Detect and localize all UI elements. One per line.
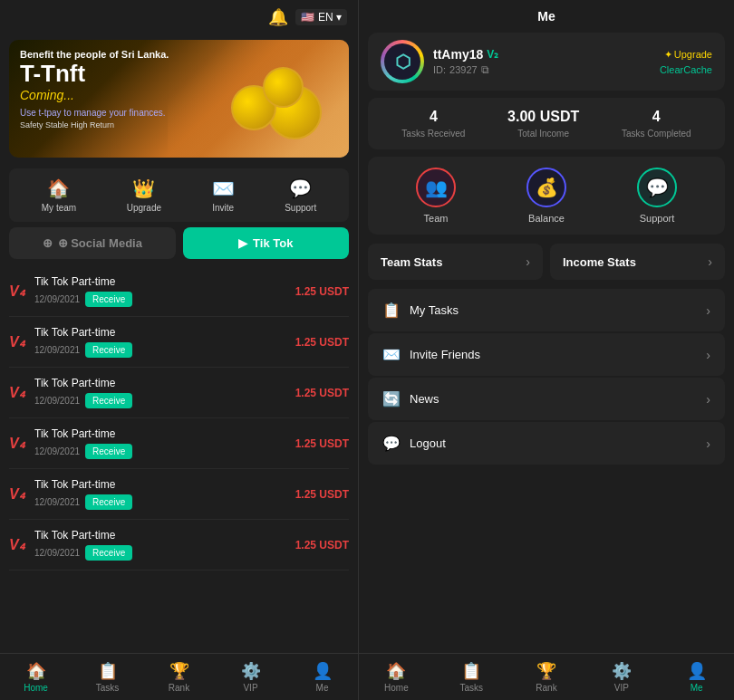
team-stats-arrow-icon: › [526, 254, 530, 269]
left-panel: 🔔 🇺🇸 EN ▾ Benefit the people of Sri Lank… [0, 0, 358, 700]
my-team-icon: 🏠 [47, 177, 70, 199]
right-rank-label: Rank [536, 683, 556, 693]
right-bottom-tasks[interactable]: 📋 Tasks [444, 661, 498, 693]
profile-id: ID: 23927 ⧉ [433, 63, 651, 76]
username: ttAmy18 [433, 47, 483, 62]
menu-item-left: 🔄 News [382, 390, 439, 408]
home-icon: 🏠 [26, 661, 46, 681]
social-media-button[interactable]: ⊕ ⊕ Social Media [9, 227, 176, 259]
avatar-inner: ⬡ [384, 43, 420, 80]
upgrade-label: Upgrade [674, 49, 712, 60]
task-meta: 12/09/2021 Receive [34, 545, 288, 561]
right-bottom-rank[interactable]: 🏆 Rank [519, 661, 574, 693]
income-stats-card[interactable]: Income Stats › [550, 244, 725, 280]
total-income-label: Total Income [517, 129, 569, 139]
bottom-nav-me[interactable]: 👤 Me [295, 661, 350, 693]
task-title: Tik Tok Part-time [34, 529, 288, 542]
receive-button[interactable]: Receive [85, 444, 132, 459]
bottom-nav-rank[interactable]: 🏆 Rank [152, 661, 207, 693]
table-row: V₄ Tik Tok Part-time 12/09/2021 Receive … [9, 418, 349, 469]
balance-qa-label: Balance [528, 213, 565, 224]
team-stats-card[interactable]: Team Stats › [368, 244, 543, 280]
task-list: V₄ Tik Tok Part-time 12/09/2021 Receive … [0, 266, 358, 653]
coin-decoration [195, 58, 340, 158]
task-amount: 1.25 USDT [295, 285, 349, 298]
v-badge: V₄ [9, 536, 27, 553]
task-info: Tik Tok Part-time 12/09/2021 Receive [34, 275, 288, 307]
v-badge: V₄ [9, 485, 27, 503]
tasks-completed-value: 4 [652, 109, 661, 125]
menu-my-tasks[interactable]: 📋 My Tasks › [368, 289, 725, 331]
bottom-nav-tasks[interactable]: 📋 Tasks [81, 661, 135, 693]
task-title: Tik Tok Part-time [34, 326, 288, 339]
upgrade-star-icon: ✦ [664, 49, 672, 61]
stat-tasks-completed: 4 Tasks Completed [622, 109, 691, 139]
right-bottom-vip[interactable]: ⚙️ VIP [594, 661, 649, 693]
invite-friends-arrow-icon: › [706, 348, 710, 362]
right-bottom-me[interactable]: 👤 Me [670, 661, 724, 693]
profile-info: ttAmy18 V₂ ID: 23927 ⧉ [433, 47, 651, 76]
quick-action-support[interactable]: 💬 Support [637, 168, 677, 224]
right-bottom-nav: 🏠 Home 📋 Tasks 🏆 Rank ⚙️ VIP 👤 Me [359, 653, 734, 700]
receive-button[interactable]: Receive [85, 393, 132, 408]
income-stats-label: Income Stats [563, 255, 636, 269]
upgrade-icon: 👑 [132, 177, 155, 199]
copy-id-icon[interactable]: ⧉ [481, 63, 489, 76]
flag-selector[interactable]: 🇺🇸 EN ▾ [295, 9, 347, 25]
receive-button[interactable]: Receive [85, 292, 132, 307]
nav-icons: 🏠 My team 👑 Upgrade ✉️ Invite 💬 Support [9, 168, 349, 222]
flag-icon: 🇺🇸 [301, 11, 314, 24]
news-icon: 🔄 [382, 390, 401, 408]
quick-action-team[interactable]: 👥 Team [416, 168, 456, 224]
task-date: 12/09/2021 [34, 396, 80, 406]
receive-button[interactable]: Receive [85, 342, 132, 358]
tiktok-button[interactable]: ▶ Tik Tok [183, 227, 350, 259]
nav-my-team[interactable]: 🏠 My team [42, 177, 76, 213]
avatar: ⬡ [381, 40, 424, 83]
menu-item-left: ✉️ Invite Friends [382, 346, 480, 363]
receive-button[interactable]: Receive [85, 545, 132, 561]
bottom-nav-home[interactable]: 🏠 Home [9, 661, 63, 693]
task-info: Tik Tok Part-time 12/09/2021 Receive [34, 427, 288, 459]
right-bottom-home[interactable]: 🏠 Home [369, 661, 423, 693]
quick-action-balance[interactable]: 💰 Balance [526, 168, 566, 224]
right-rank-icon: 🏆 [536, 661, 556, 681]
bell-icon[interactable]: 🔔 [268, 7, 288, 27]
clear-cache-label: ClearCache [660, 64, 712, 75]
menu-news[interactable]: 🔄 News › [368, 378, 725, 420]
clear-cache-button[interactable]: ClearCache [660, 64, 712, 75]
task-amount: 1.25 USDT [295, 387, 349, 399]
right-vip-icon: ⚙️ [612, 661, 632, 681]
upgrade-button[interactable]: ✦ Upgrade [664, 49, 712, 61]
menu-invite-friends[interactable]: ✉️ Invite Friends › [368, 333, 725, 376]
menu-list: 📋 My Tasks › ✉️ Invite Friends › 🔄 News … [359, 289, 734, 465]
task-date: 12/09/2021 [34, 345, 80, 355]
menu-logout[interactable]: 💬 Logout › [368, 422, 725, 465]
support-qa-icon: 💬 [637, 168, 677, 207]
banner-text: Benefit the people of Sri Lanka. T-Tnft … [20, 49, 169, 129]
profile-actions: ✦ Upgrade ClearCache [660, 49, 712, 75]
task-meta: 12/09/2021 Receive [34, 342, 288, 358]
tasks-icon: 📋 [98, 661, 118, 681]
nav-invite[interactable]: ✉️ Invite [212, 177, 235, 213]
team-stats-label: Team Stats [381, 255, 442, 269]
task-title: Tik Tok Part-time [34, 275, 288, 288]
home-label: Home [24, 683, 48, 693]
nav-support[interactable]: 💬 Support [285, 177, 316, 213]
table-row: V₄ Tik Tok Part-time 12/09/2021 Receive … [9, 266, 349, 317]
task-meta: 12/09/2021 Receive [34, 444, 288, 459]
bottom-nav-vip[interactable]: ⚙️ VIP [224, 661, 278, 693]
my-tasks-icon: 📋 [382, 302, 401, 319]
task-info: Tik Tok Part-time 12/09/2021 Receive [34, 529, 288, 561]
social-row: ⊕ ⊕ Social Media ▶ Tik Tok [0, 227, 358, 259]
nav-upgrade[interactable]: 👑 Upgrade [127, 177, 161, 213]
left-bottom-nav: 🏠 Home 📋 Tasks 🏆 Rank ⚙️ VIP 👤 Me [0, 653, 358, 700]
right-tasks-label: Tasks [459, 683, 483, 693]
logout-arrow-icon: › [706, 436, 710, 451]
receive-button[interactable]: Receive [85, 494, 132, 510]
task-info: Tik Tok Part-time 12/09/2021 Receive [34, 478, 288, 510]
id-value: 23927 [449, 64, 478, 75]
v-badge: V₄ [9, 283, 27, 300]
table-row: V₄ Tik Tok Part-time 12/09/2021 Receive … [9, 469, 349, 520]
task-info: Tik Tok Part-time 12/09/2021 Receive [34, 377, 288, 408]
